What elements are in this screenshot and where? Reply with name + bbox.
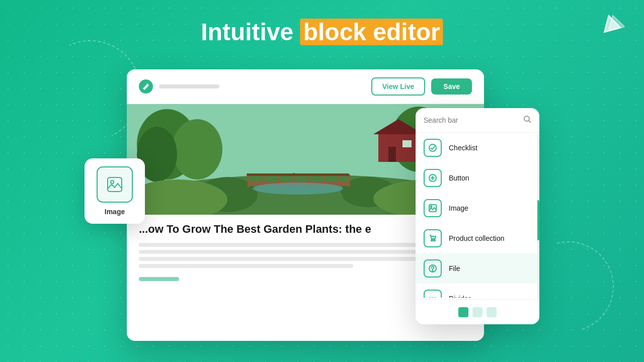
- product-collection-icon: [424, 229, 442, 247]
- page-title: Intuitive block editor: [201, 18, 443, 46]
- toolbar-left: [139, 79, 219, 94]
- block-item-divider[interactable]: Divider: [416, 284, 539, 298]
- editor-toolbar: View Live Save: [127, 69, 484, 104]
- svg-rect-23: [348, 174, 350, 187]
- svg-point-25: [253, 183, 343, 195]
- image-float-label: Image: [93, 208, 137, 216]
- scrollbar[interactable]: [537, 134, 539, 299]
- button-icon: [424, 169, 442, 187]
- title-highlight: block editor: [300, 19, 443, 45]
- save-button[interactable]: Save: [431, 78, 472, 95]
- block-label-checklist: Checklist: [449, 144, 477, 152]
- block-item-checklist[interactable]: Checklist: [416, 133, 539, 163]
- image-icon: [424, 199, 442, 217]
- search-icon: [523, 115, 531, 125]
- svg-point-35: [431, 206, 432, 208]
- view-live-button[interactable]: View Live: [371, 77, 426, 96]
- svg-rect-22: [338, 174, 340, 187]
- toolbar-logo: [139, 79, 153, 94]
- checklist-icon: [424, 139, 442, 157]
- dot-1[interactable]: [458, 307, 468, 317]
- svg-point-50: [111, 180, 114, 184]
- block-item-button[interactable]: Button: [416, 163, 539, 193]
- svg-rect-49: [108, 177, 122, 192]
- svg-point-39: [432, 271, 433, 272]
- image-float-icon: [97, 166, 133, 203]
- blog-text-line: [139, 264, 353, 268]
- svg-rect-24: [247, 173, 349, 176]
- divider-icon: [424, 290, 442, 298]
- svg-point-37: [434, 240, 435, 241]
- blog-tag: [139, 277, 179, 281]
- block-label-product-collection: Product collection: [449, 234, 505, 242]
- block-label-image: Image: [449, 204, 468, 212]
- block-item-image[interactable]: Image: [416, 193, 539, 223]
- title-prefix: Intuitive: [201, 19, 300, 45]
- dot-2[interactable]: [472, 307, 482, 317]
- svg-point-2: [172, 119, 222, 179]
- block-label-button: Button: [449, 174, 469, 182]
- svg-rect-7: [378, 134, 419, 162]
- toolbar-actions: View Live Save: [371, 77, 472, 96]
- svg-point-36: [431, 240, 433, 241]
- block-list: Checklist Button Image: [416, 133, 539, 298]
- block-label-file: File: [449, 264, 460, 273]
- block-item-product-collection[interactable]: Product collection: [416, 223, 539, 253]
- panel-dots: [416, 299, 539, 324]
- search-input[interactable]: [424, 116, 519, 124]
- block-label-divider: Divider: [449, 295, 471, 298]
- svg-rect-9: [388, 147, 396, 162]
- image-float-card: Image: [85, 158, 145, 224]
- svg-rect-10: [403, 140, 412, 147]
- block-panel: Checklist Button Image: [416, 108, 539, 324]
- file-icon: [424, 259, 442, 278]
- svg-point-30: [429, 144, 436, 151]
- svg-rect-16: [248, 174, 250, 187]
- toolbar-breadcrumb: [159, 84, 219, 88]
- blog-text-line: [139, 250, 425, 254]
- svg-line-29: [529, 121, 531, 123]
- svg-point-28: [524, 116, 529, 121]
- block-item-file[interactable]: File: [416, 253, 539, 284]
- scrollbar-thumb: [537, 200, 539, 240]
- block-panel-search: [416, 108, 539, 133]
- dot-3[interactable]: [487, 307, 497, 317]
